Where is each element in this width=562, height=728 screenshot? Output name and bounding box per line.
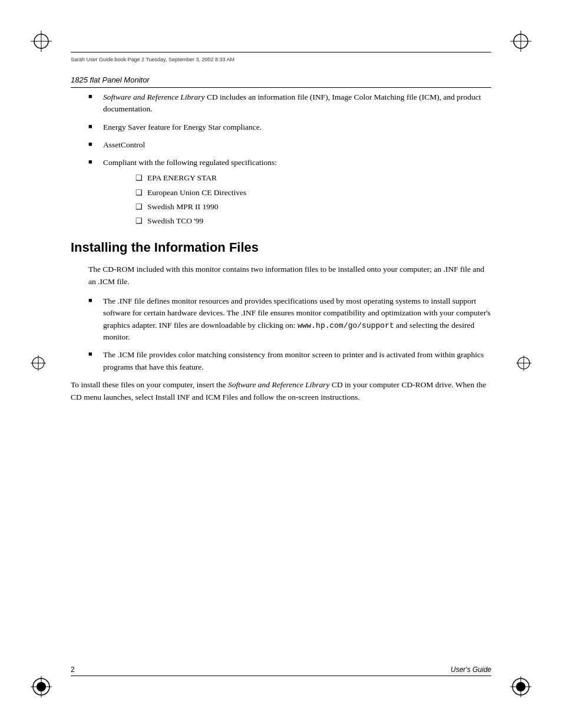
list-item-4: Compliant with the following regulated s… <box>88 157 491 227</box>
list-item-4-text: Compliant with the following regulated s… <box>103 158 277 167</box>
page: Sarah User Guide.book Page 2 Tuesday, Se… <box>0 0 562 728</box>
top-header: Sarah User Guide.book Page 2 Tuesday, Se… <box>71 52 491 64</box>
spec-mpr-text: Swedish MPR II 1990 <box>147 202 218 211</box>
product-title: 1825 flat Panel Monitor <box>71 75 150 84</box>
list-item-3-text: AssetControl <box>103 140 145 149</box>
side-mark-right <box>515 354 533 374</box>
list-item-1: Software and Reference Library CD includ… <box>88 91 491 116</box>
spec-item-swedish-mpr: Swedish MPR II 1990 <box>135 201 491 213</box>
hp-url: www.hp.com/go/support <box>297 321 394 330</box>
side-mark-left <box>29 354 47 374</box>
section-list-item-2-text: The .ICM file provides color matching co… <box>103 350 484 371</box>
section-list-item-1-text: The .INF file defines monitor resources … <box>103 297 491 341</box>
spec-item-swedish-tco: Swedish TCO '99 <box>135 215 491 227</box>
corner-mark-br <box>509 675 533 699</box>
corner-mark-tl <box>29 29 53 53</box>
list-item-1-text: Software and Reference Library CD includ… <box>103 93 481 113</box>
spec-item-epa: EPA ENERGY STAR <box>135 172 491 184</box>
closing-paragraph: To install these files on your computer,… <box>71 379 491 404</box>
list-item-2-text: Energy Saver feature for Energy Star com… <box>103 123 262 131</box>
section-list-item-1: The .INF file defines monitor resources … <box>88 295 491 343</box>
section-list-item-2: The .ICM file provides color matching co… <box>88 349 491 373</box>
corner-mark-tr <box>509 29 533 53</box>
footer-page-number: 2 <box>71 666 75 674</box>
bottom-footer: 2 User's Guide <box>71 666 491 676</box>
header-meta-text: Sarah User Guide.book Page 2 Tuesday, Se… <box>71 57 234 62</box>
list-item-3: AssetControl <box>88 139 491 151</box>
software-library-italic: Software and Reference Library <box>103 93 205 101</box>
features-list: Software and Reference Library CD includ… <box>88 91 491 227</box>
closing-italic: Software and Reference Library <box>228 380 330 389</box>
spec-eu-text: European Union CE Directives <box>147 188 246 197</box>
main-content: Software and Reference Library CD includ… <box>71 91 491 663</box>
list-item-2: Energy Saver feature for Energy Star com… <box>88 121 491 133</box>
spec-tco-text: Swedish TCO '99 <box>147 216 203 225</box>
section-heading: Installing the Information Files <box>71 240 491 255</box>
specifications-sub-list: EPA ENERGY STAR European Union CE Direct… <box>135 172 491 227</box>
product-title-bar: 1825 flat Panel Monitor <box>71 75 491 88</box>
footer-guide-title: User's Guide <box>451 666 491 674</box>
section-intro-para: The CD-ROM included with this monitor co… <box>88 263 491 288</box>
section-bullets-list: The .INF file defines monitor resources … <box>88 295 491 373</box>
spec-item-eu: European Union CE Directives <box>135 187 491 199</box>
corner-mark-bl <box>29 675 53 699</box>
spec-epa-text: EPA ENERGY STAR <box>147 173 217 182</box>
